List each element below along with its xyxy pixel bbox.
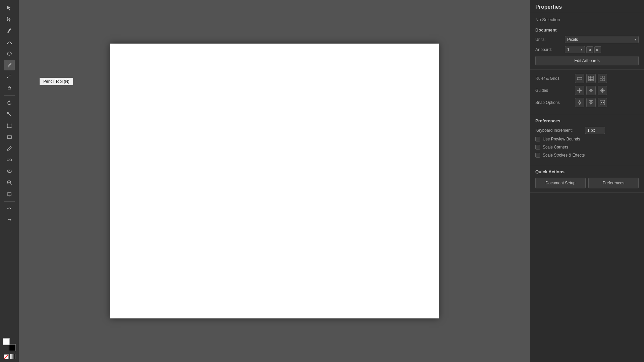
scale-corners-checkbox[interactable] <box>535 145 540 149</box>
svg-rect-30 <box>589 76 593 81</box>
undo-btn[interactable] <box>4 204 15 215</box>
redo-btn[interactable] <box>4 215 15 226</box>
svg-rect-10 <box>7 136 11 138</box>
divider2 <box>4 201 15 202</box>
eraser-tool[interactable] <box>4 82 15 93</box>
smooth-tool[interactable] <box>4 71 15 82</box>
guides-label: Guides <box>535 88 572 93</box>
edit-artboards-btn[interactable]: Edit Artboards <box>535 56 639 65</box>
artboard-select[interactable]: 1 <box>565 46 585 53</box>
scale-corners-row: Scale Corners <box>535 145 639 149</box>
snap-pixel-btn[interactable] <box>598 98 607 107</box>
keyboard-increment-row: Keyboard Increment: <box>535 127 639 134</box>
preferences-btn[interactable]: Preferences <box>588 178 639 188</box>
units-row: Units: Pixels Points Millimeters Inches <box>535 36 639 43</box>
svg-rect-53 <box>591 101 593 102</box>
zoom-tool[interactable] <box>4 177 15 188</box>
curvature-tool[interactable] <box>4 37 15 48</box>
document-setup-btn[interactable]: Document Setup <box>535 178 586 188</box>
svg-rect-36 <box>603 76 605 78</box>
shape-builder-tool[interactable] <box>4 166 15 177</box>
svg-point-9 <box>11 127 12 128</box>
pixel-grid-icon-btn[interactable] <box>598 74 607 83</box>
preferences-section-title: Preferences <box>535 118 639 123</box>
svg-rect-20 <box>8 192 11 196</box>
svg-point-7 <box>11 124 12 125</box>
svg-point-11 <box>7 159 9 161</box>
grid-icon-btn[interactable] <box>586 74 596 83</box>
guides-icons <box>575 86 607 95</box>
gradient-swatch[interactable] <box>10 354 15 359</box>
svg-point-12 <box>10 159 12 161</box>
svg-rect-4 <box>8 87 11 89</box>
guides-show-btn[interactable] <box>575 86 584 95</box>
svg-point-2 <box>7 52 11 55</box>
svg-line-17 <box>10 184 12 185</box>
ruler-icon-btn[interactable] <box>575 74 584 83</box>
svg-rect-37 <box>600 79 602 81</box>
snap-grid-btn[interactable] <box>586 98 596 107</box>
svg-rect-5 <box>8 124 11 127</box>
units-select-wrapper: Pixels Points Millimeters Inches <box>565 36 639 43</box>
artboard-nav: 1 ◀ ▶ <box>565 46 601 53</box>
rotate-tool[interactable] <box>4 98 15 108</box>
svg-point-56 <box>601 102 602 103</box>
preferences-section: Preferences Keyboard Increment: Use Prev… <box>530 114 644 165</box>
ruler-grids-label: Ruler & Grids <box>535 76 572 81</box>
ruler-grids-section: Ruler & Grids <box>530 70 644 114</box>
quick-actions-title: Quick Actions <box>535 169 639 174</box>
artboard <box>110 44 439 318</box>
selection-tool[interactable] <box>4 3 15 13</box>
ellipse-tool[interactable] <box>4 48 15 59</box>
properties-panel: Properties No Selection Document Units: … <box>530 0 644 362</box>
guides-row: Guides <box>535 86 639 95</box>
color-controls <box>3 338 16 362</box>
artboard-select-wrapper: 1 <box>565 46 585 53</box>
no-selection-label: No Selection <box>530 13 644 23</box>
svg-point-54 <box>590 103 592 104</box>
keyboard-increment-input[interactable] <box>585 127 605 134</box>
guides-clear-btn[interactable] <box>598 86 607 95</box>
rectangle-tool[interactable] <box>4 132 15 142</box>
svg-rect-55 <box>600 100 605 105</box>
ruler-grids-icons <box>575 74 607 83</box>
keyboard-increment-label: Keyboard Increment: <box>535 128 582 133</box>
direct-selection-tool[interactable] <box>4 14 15 25</box>
scale-strokes-label: Scale Strokes & Effects <box>543 153 585 158</box>
pen-tool[interactable] <box>4 25 15 36</box>
scale-corners-label: Scale Corners <box>543 145 568 149</box>
use-preview-bounds-checkbox[interactable] <box>535 137 540 141</box>
scale-tool[interactable] <box>4 109 15 120</box>
use-preview-bounds-row: Use Preview Bounds <box>535 137 639 141</box>
ruler-grids-row: Ruler & Grids <box>535 74 639 83</box>
artboard-tool[interactable] <box>4 189 15 199</box>
guides-lock-btn[interactable] <box>586 86 596 95</box>
snap-point-btn[interactable] <box>575 98 584 107</box>
svg-point-6 <box>7 124 8 125</box>
none-color[interactable] <box>4 354 9 359</box>
svg-point-8 <box>7 127 8 128</box>
artboard-next-btn[interactable]: ▶ <box>594 46 601 53</box>
pencil-tool-btn[interactable] <box>4 60 15 70</box>
quick-actions-section: Quick Actions Document Setup Preferences <box>530 165 644 193</box>
blend-tool[interactable] <box>4 155 15 165</box>
snap-icons <box>575 98 607 107</box>
eyedropper-tool[interactable] <box>4 143 15 154</box>
svg-rect-35 <box>600 76 602 78</box>
quick-actions-buttons: Document Setup Preferences <box>535 178 639 188</box>
snap-options-label: Snap Options <box>535 100 572 105</box>
fill-color[interactable] <box>3 338 10 345</box>
svg-rect-52 <box>589 101 591 102</box>
artboard-row: Artboard: 1 ◀ ▶ <box>535 46 639 53</box>
scale-strokes-checkbox[interactable] <box>535 153 540 158</box>
divider <box>4 95 15 96</box>
scale-strokes-row: Scale Strokes & Effects <box>535 153 639 158</box>
svg-point-1 <box>11 43 12 44</box>
units-select[interactable]: Pixels Points Millimeters Inches <box>565 36 639 43</box>
toolbar <box>0 0 19 362</box>
svg-point-0 <box>7 43 8 44</box>
free-transform-tool[interactable] <box>4 120 15 131</box>
pencil-tool-tooltip: Pencil Tool (N) <box>40 78 73 85</box>
artboard-prev-btn[interactable]: ◀ <box>586 46 593 53</box>
snap-options-row: Snap Options <box>535 98 639 107</box>
